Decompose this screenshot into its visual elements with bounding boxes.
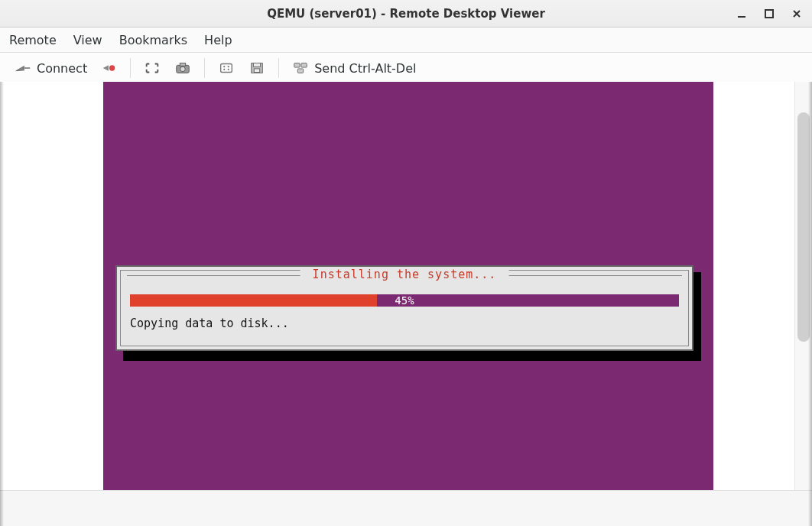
toolbar-separator bbox=[130, 58, 131, 78]
svg-point-2 bbox=[109, 65, 115, 70]
svg-rect-6 bbox=[221, 64, 232, 73]
edge-shadow bbox=[0, 82, 4, 526]
toolbar-separator bbox=[204, 58, 205, 78]
dialog-title: Installing the system... bbox=[300, 268, 509, 281]
send-ctrl-alt-del-button[interactable]: Send Ctrl-Alt-Del bbox=[285, 54, 422, 83]
screenshot-button[interactable] bbox=[167, 54, 198, 83]
fullscreen-button[interactable] bbox=[137, 54, 167, 83]
toolbar: Connect Send Ctrl-Alt-Del bbox=[0, 53, 812, 84]
svg-rect-13 bbox=[254, 69, 259, 73]
svg-point-10 bbox=[228, 69, 229, 70]
menu-bookmarks[interactable]: Bookmarks bbox=[119, 33, 187, 47]
progress-bar: 45% bbox=[130, 294, 679, 307]
floppy-icon bbox=[248, 60, 266, 76]
svg-point-8 bbox=[228, 66, 229, 67]
connect-button[interactable]: Connect bbox=[8, 54, 93, 83]
dialog-inner-frame: Installing the system... 45% Copying dat… bbox=[120, 270, 689, 346]
maximize-icon bbox=[765, 9, 774, 18]
svg-point-5 bbox=[180, 67, 185, 71]
svg-rect-1 bbox=[765, 10, 773, 18]
svg-rect-14 bbox=[294, 63, 300, 68]
menu-remote[interactable]: Remote bbox=[9, 33, 57, 47]
disconnect-icon bbox=[99, 60, 118, 76]
svg-rect-4 bbox=[180, 63, 185, 67]
maximize-button[interactable] bbox=[758, 4, 780, 24]
camera-icon bbox=[174, 60, 192, 76]
scrollbar-thumb[interactable] bbox=[797, 112, 810, 342]
window-title: QEMU (server01) - Remote Desktop Viewer bbox=[267, 7, 545, 21]
installer-dialog: Installing the system... 45% Copying dat… bbox=[115, 265, 693, 351]
minimize-button[interactable] bbox=[731, 4, 752, 24]
fullscreen-icon bbox=[143, 60, 161, 76]
keyboard-button[interactable] bbox=[242, 54, 272, 83]
window-controls bbox=[731, 0, 807, 27]
menu-view[interactable]: View bbox=[73, 33, 102, 47]
svg-rect-15 bbox=[301, 63, 307, 68]
scaling-button[interactable] bbox=[211, 54, 242, 83]
close-button[interactable] bbox=[786, 4, 807, 24]
connect-icon bbox=[14, 60, 32, 76]
viewport: Installing the system... 45% Copying dat… bbox=[0, 82, 812, 526]
vertical-scrollbar[interactable] bbox=[794, 82, 812, 491]
svg-point-9 bbox=[223, 69, 225, 70]
progress-percent-label: 45% bbox=[130, 294, 679, 307]
scaling-icon bbox=[217, 60, 235, 76]
window-titlebar: QEMU (server01) - Remote Desktop Viewer bbox=[0, 0, 812, 28]
svg-point-7 bbox=[223, 66, 225, 67]
disconnect-button[interactable] bbox=[93, 54, 124, 83]
connect-label: Connect bbox=[37, 61, 87, 76]
minimize-icon bbox=[737, 9, 746, 18]
status-bar bbox=[0, 490, 812, 526]
menu-help[interactable]: Help bbox=[204, 33, 232, 47]
close-icon bbox=[792, 9, 801, 18]
menubar: Remote View Bookmarks Help bbox=[0, 28, 812, 53]
send-cad-label: Send Ctrl-Alt-Del bbox=[314, 61, 416, 76]
remote-screen[interactable]: Installing the system... 45% Copying dat… bbox=[103, 82, 713, 491]
toolbar-separator bbox=[278, 58, 279, 78]
svg-rect-16 bbox=[297, 69, 303, 73]
svg-rect-12 bbox=[254, 63, 261, 67]
keyboard-icon bbox=[291, 60, 310, 76]
installer-status-text: Copying data to disk... bbox=[130, 317, 289, 330]
svg-rect-0 bbox=[738, 16, 745, 18]
